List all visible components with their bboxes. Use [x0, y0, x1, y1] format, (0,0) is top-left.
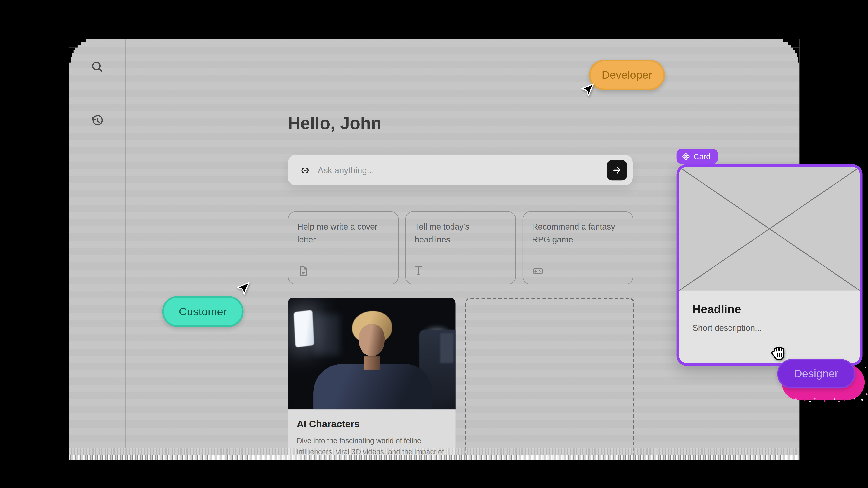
- suggestion-label: Tell me today’s headlines: [414, 221, 506, 246]
- history-icon[interactable]: [90, 113, 105, 129]
- suggestion-card-cover-letter[interactable]: Help me write a cover letter: [288, 212, 399, 285]
- developer-cursor-icon: [580, 83, 595, 97]
- text-icon: T: [414, 265, 427, 277]
- search-icon[interactable]: [90, 59, 105, 75]
- card-description: Short description...: [692, 323, 860, 332]
- page-title: Hello, John: [288, 113, 381, 133]
- ai-card-body: AI Characters Dive into the fascinating …: [288, 410, 456, 460]
- ask-input-bar[interactable]: [288, 155, 633, 186]
- page-background: Hello, John He: [0, 0, 868, 488]
- empty-card-placeholder[interactable]: [465, 298, 634, 460]
- ai-card-description: Dive into the fascinating world of felin…: [297, 435, 445, 460]
- document-icon: [297, 265, 309, 277]
- image-placeholder-crossed-box: [679, 167, 860, 291]
- content-card-ai-characters[interactable]: AI Characters Dive into the fascinating …: [288, 298, 456, 460]
- ask-input[interactable]: [317, 165, 607, 176]
- customer-cursor-icon: [236, 281, 251, 296]
- presence-label: Designer: [794, 367, 838, 380]
- gamepad-icon: [532, 265, 544, 277]
- component-label-badge[interactable]: Card: [677, 149, 718, 164]
- selected-card-component[interactable]: Headline Short description...: [677, 164, 863, 365]
- presence-label: Developer: [602, 69, 652, 81]
- suggestion-label: Recommend a fantasy RPG game: [532, 221, 624, 246]
- ai-card-title: AI Characters: [297, 418, 456, 430]
- suggestion-card-headlines[interactable]: Tell me today’s headlines T: [405, 212, 516, 285]
- component-badge-label: Card: [694, 152, 710, 161]
- link-icon: [299, 164, 311, 176]
- ai-characters-photo: [288, 298, 456, 410]
- card-headline: Headline: [692, 303, 860, 316]
- presence-pill-developer: Developer: [589, 60, 665, 90]
- suggestion-card-rpg-game[interactable]: Recommend a fantasy RPG game: [523, 212, 633, 285]
- submit-button[interactable]: [607, 160, 627, 181]
- presence-pill-customer: Customer: [162, 296, 244, 327]
- presence-pill-designer: Designer: [777, 359, 855, 388]
- photo-vignette: [288, 298, 456, 410]
- sidebar-divider: [125, 39, 125, 460]
- component-diamonds-icon: [682, 153, 690, 160]
- grab-hand-cursor: [768, 343, 788, 363]
- design-canvas: Hello, John He: [0, 0, 868, 488]
- arrow-right-icon: [612, 165, 622, 175]
- suggestion-label: Help me write a cover letter: [297, 221, 389, 246]
- presence-label: Customer: [179, 305, 227, 318]
